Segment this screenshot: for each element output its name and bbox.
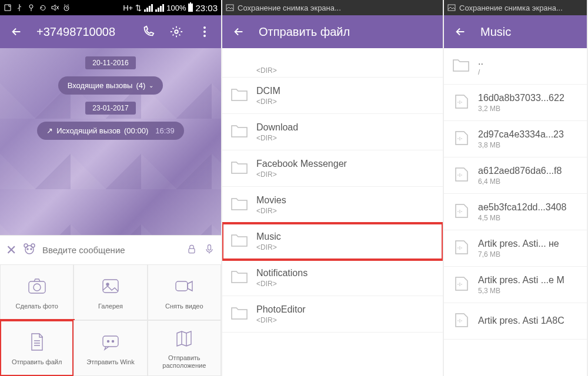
time-text: 23:03 xyxy=(195,3,218,13)
file-list[interactable]: <DIR> DCIM<DIR> Download<DIR> Facebook M… xyxy=(222,48,443,376)
video-label: Снять видео xyxy=(165,303,203,310)
file-header: Отправить файл xyxy=(222,15,443,48)
audio-row[interactable]: Artik pres. Asti... не7,6 MB xyxy=(444,230,587,267)
audio-row[interactable]: Artik pres. Asti 1A8C xyxy=(444,303,587,340)
signal-icon xyxy=(144,4,153,12)
audio-row[interactable]: ae5b3fca12dd...34084,5 MB xyxy=(444,194,587,230)
send-file-label: Отправить файл xyxy=(12,358,62,365)
outgoing-label: Исходящий вызов xyxy=(56,126,121,135)
parent-sub: / xyxy=(478,68,483,76)
date-chip-1: 20-11-2016 xyxy=(85,56,135,69)
take-photo-label: Сделать фото xyxy=(16,303,58,310)
svg-rect-9 xyxy=(208,244,211,250)
dir-sub: <DIR> xyxy=(256,98,280,106)
svg-point-17 xyxy=(112,340,113,342)
svg-point-7 xyxy=(31,249,32,250)
video-icon xyxy=(173,276,195,299)
screen-2-files: Сохранение снимка экрана... Отправить фа… xyxy=(222,0,444,376)
file-name: Artik pres. Asti ...e M xyxy=(478,275,564,286)
close-icon[interactable]: ✕ xyxy=(6,243,16,258)
wink-button[interactable]: Этправить Wink xyxy=(74,320,147,376)
svg-point-13 xyxy=(106,283,109,286)
dir-row-partial[interactable]: <DIR> xyxy=(222,48,443,78)
dir-row-fbm[interactable]: Facebook Messenger<DIR> xyxy=(222,150,443,187)
dir-name: Notifications xyxy=(256,268,308,278)
refresh-icon xyxy=(39,4,47,12)
dir-row-photoeditor[interactable]: PhotoEditor<DIR> xyxy=(222,296,443,333)
dir-row-notifications[interactable]: Notifications<DIR> xyxy=(222,260,443,296)
outgoing-call-chip[interactable]: ↗ Исходящий вызов (00:00) 16:39 xyxy=(37,122,184,140)
parent-dir-row[interactable]: ../ xyxy=(444,48,587,85)
gallery-button[interactable]: Галерея xyxy=(74,264,147,320)
status-right: H+ ⇅ 100% 23:03 xyxy=(123,3,218,13)
dir-name: Music xyxy=(256,231,281,242)
phone-number[interactable]: +37498710008 xyxy=(36,25,115,39)
dir-row-music[interactable]: Music<DIR> xyxy=(222,223,443,260)
battery-icon xyxy=(188,4,193,12)
parent-name: .. xyxy=(478,56,483,67)
dir-row-movies[interactable]: Movies<DIR> xyxy=(222,187,443,223)
pin-icon xyxy=(27,4,35,12)
dir-name: Facebook Messenger xyxy=(256,159,347,169)
file-icon xyxy=(26,331,48,355)
dir-row-download[interactable]: Download<DIR> xyxy=(222,114,443,150)
gallery-icon xyxy=(100,276,121,299)
date-chip-2: 23-01-2017 xyxy=(85,102,135,115)
back-button[interactable] xyxy=(8,24,25,40)
file-size: 5,3 MB xyxy=(478,287,564,295)
message-input[interactable] xyxy=(42,245,180,255)
audio-file-icon xyxy=(452,240,470,257)
call-button[interactable] xyxy=(140,24,156,40)
send-file-button[interactable]: Отправить файл xyxy=(0,320,74,376)
file-name: Artik pres. Asti 1A8C xyxy=(478,315,564,326)
svg-rect-14 xyxy=(176,281,188,291)
dir-name: PhotoEditor xyxy=(256,304,306,315)
svg-rect-15 xyxy=(103,336,118,347)
audio-row[interactable]: 2d97ca4e3334a...233,8 MB xyxy=(444,121,587,157)
lock-icon[interactable] xyxy=(186,243,198,258)
status-text-2: Сохранение снимка экрана... xyxy=(238,4,341,12)
file-name: a612aed876da6...f8 xyxy=(478,166,562,176)
back-button-3[interactable] xyxy=(452,24,469,40)
wink-label: Этправить Wink xyxy=(86,358,134,365)
folder-icon xyxy=(452,58,470,75)
battery-text: 100% xyxy=(166,4,186,12)
music-list[interactable]: ../ 16d0a8b37033...6223,2 MB 2d97ca4e333… xyxy=(444,48,587,376)
settings-button[interactable] xyxy=(168,24,185,40)
svg-rect-18 xyxy=(226,5,233,11)
audio-file-icon xyxy=(452,203,470,221)
sticker-icon[interactable] xyxy=(22,242,36,258)
menu-button[interactable] xyxy=(196,24,213,40)
status-bar: H+ ⇅ 100% 23:03 xyxy=(0,0,221,15)
svg-rect-8 xyxy=(189,249,195,253)
audio-row[interactable]: Artik pres. Asti ...e M5,3 MB xyxy=(444,267,587,303)
folder-icon xyxy=(230,123,248,141)
incoming-calls-chip[interactable]: Входящие вызовы (4) ⌄ xyxy=(58,76,163,95)
folder-icon xyxy=(230,160,248,177)
folder-icon xyxy=(230,306,248,323)
music-header-title: Music xyxy=(480,25,511,39)
mic-icon[interactable] xyxy=(203,243,215,258)
take-photo-button[interactable]: Сделать фото xyxy=(0,264,74,320)
file-size: 7,6 MB xyxy=(478,250,559,258)
dir-sub: <DIR> xyxy=(256,316,306,324)
location-button[interactable]: Отправить расположение xyxy=(148,320,221,376)
video-button[interactable]: Снять видео xyxy=(148,264,221,320)
music-header: Music xyxy=(444,15,587,48)
chat-body[interactable]: 20-11-2016 Входящие вызовы (4) ⌄ 23-01-2… xyxy=(0,48,221,235)
dir-row-dcim[interactable]: DCIM<DIR> xyxy=(222,78,443,114)
audio-row[interactable]: 16d0a8b37033...6223,2 MB xyxy=(444,85,587,121)
screen-3-music: Сохранение снимка экрана... Music ../ 16… xyxy=(444,0,588,376)
alarm-icon xyxy=(62,4,71,12)
dir-sub: <DIR> xyxy=(256,280,308,288)
audio-row[interactable]: a612aed876da6...f86,4 MB xyxy=(444,157,587,194)
status-bar-2: Сохранение снимка экрана... xyxy=(222,0,443,15)
back-button-2[interactable] xyxy=(230,24,247,40)
svg-rect-12 xyxy=(103,280,118,293)
audio-file-icon xyxy=(452,94,470,112)
audio-file-icon xyxy=(452,276,470,294)
dir-sub: <DIR> xyxy=(256,134,298,142)
folder-icon xyxy=(230,233,248,250)
dir-name: Download xyxy=(256,122,298,133)
audio-file-icon xyxy=(452,313,470,330)
